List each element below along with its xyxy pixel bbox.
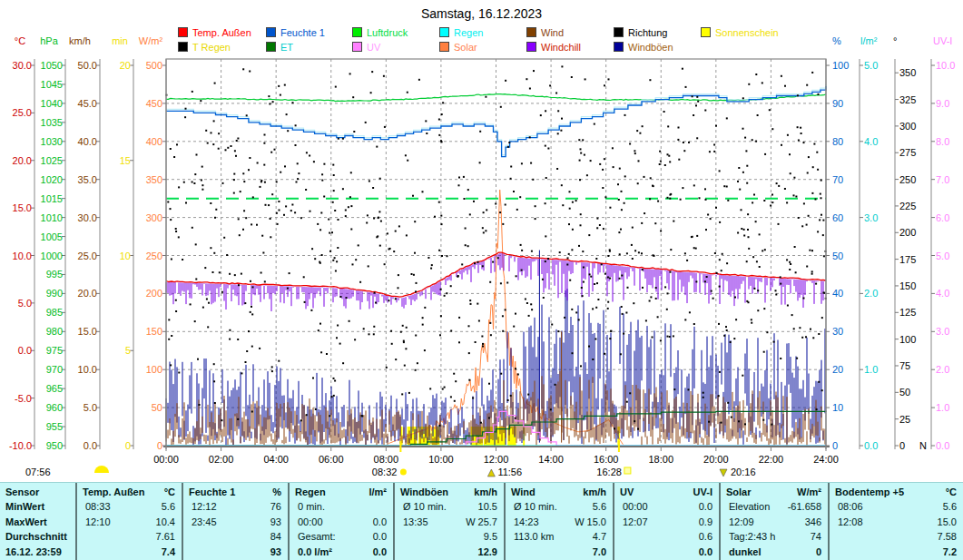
table-cell: 08:335.6 bbox=[77, 499, 182, 514]
cell-value: 5.6 bbox=[593, 499, 613, 514]
svg-text:3.0: 3.0 bbox=[864, 212, 878, 223]
cell-value: W 25.7 bbox=[466, 515, 504, 529]
svg-text:1005: 1005 bbox=[41, 231, 63, 242]
table-cell: Elevation-61.658 bbox=[721, 499, 828, 514]
table-cell: 7.2 bbox=[830, 545, 963, 559]
cell-value: 0.0 bbox=[373, 545, 393, 559]
cell-text: Bodentemp +5 bbox=[830, 485, 904, 499]
svg-text:14:00: 14:00 bbox=[538, 454, 564, 465]
cell-value: 5.6 bbox=[943, 499, 963, 514]
cell-text: 12:07 bbox=[614, 515, 648, 529]
table-cell: UVUV-I bbox=[614, 485, 719, 499]
svg-text:20:00: 20:00 bbox=[703, 454, 729, 465]
svg-text:1020: 1020 bbox=[41, 174, 63, 185]
svg-text:5: 5 bbox=[125, 345, 131, 356]
svg-text:275: 275 bbox=[899, 147, 916, 158]
cell-text bbox=[830, 545, 838, 559]
cell-text: UV bbox=[614, 485, 634, 499]
axis-temperature: 30.025.020.015.010.05.00.0-5.0-10.0°C bbox=[9, 35, 34, 451]
svg-text:100: 100 bbox=[832, 60, 849, 71]
cell-value: W/m² bbox=[797, 485, 828, 499]
svg-text:980: 980 bbox=[46, 326, 63, 337]
svg-text:07:56: 07:56 bbox=[25, 467, 51, 477]
svg-text:18:00: 18:00 bbox=[648, 454, 673, 465]
cell-value: 10.5 bbox=[478, 499, 504, 514]
svg-text:10.0: 10.0 bbox=[13, 251, 32, 261]
svg-text:450: 450 bbox=[146, 98, 162, 109]
svg-text:12:00: 12:00 bbox=[484, 454, 509, 465]
cell-text bbox=[183, 529, 192, 544]
table-cell: 12:070.9 bbox=[614, 515, 719, 529]
svg-text:70: 70 bbox=[832, 174, 843, 185]
cell-value: -61.658 bbox=[788, 499, 828, 514]
svg-text:60: 60 bbox=[832, 212, 843, 223]
cell-text: 13:35 bbox=[395, 515, 428, 529]
axis-direction: 3503253002752502252001751501251007550250… bbox=[893, 35, 927, 451]
table-cell: 7.58 bbox=[830, 529, 963, 544]
svg-text:90: 90 bbox=[832, 98, 843, 109]
table-cell: 113.0 km4.7 bbox=[506, 529, 613, 544]
cell-value: % bbox=[272, 485, 288, 499]
svg-text:50: 50 bbox=[899, 387, 910, 398]
cell-value: 4.7 bbox=[593, 529, 613, 544]
row-label: MinWert bbox=[0, 499, 75, 514]
svg-text:965: 965 bbox=[46, 383, 63, 394]
svg-text:20: 20 bbox=[832, 364, 843, 375]
svg-text:15: 15 bbox=[120, 155, 131, 166]
svg-text:-5.0: -5.0 bbox=[15, 393, 32, 404]
cell-value: 7.4 bbox=[162, 545, 182, 559]
table-cell: 7.61 bbox=[77, 529, 182, 544]
table-cell: 84 bbox=[183, 529, 288, 544]
svg-text:N: N bbox=[919, 440, 927, 451]
cell-text bbox=[506, 545, 514, 559]
svg-text:8.0: 8.0 bbox=[936, 136, 949, 147]
svg-text:175: 175 bbox=[899, 254, 916, 265]
marker-dawn: 07:56 bbox=[25, 466, 109, 477]
svg-text:0.0: 0.0 bbox=[84, 440, 97, 451]
svg-text:16:28: 16:28 bbox=[596, 467, 622, 477]
svg-text:25: 25 bbox=[899, 414, 910, 425]
cell-value: 7.58 bbox=[938, 529, 963, 544]
cell-value: 0.9 bbox=[699, 515, 719, 529]
table-cell: 12.9 bbox=[395, 545, 504, 559]
svg-text:20: 20 bbox=[120, 60, 131, 71]
svg-text:km/h: km/h bbox=[69, 35, 91, 46]
svg-text:75: 75 bbox=[899, 360, 910, 371]
svg-text:°: ° bbox=[893, 35, 897, 46]
cell-value: 76 bbox=[270, 499, 288, 514]
cell-text: Wind bbox=[506, 485, 536, 499]
svg-text:02:00: 02:00 bbox=[209, 454, 234, 465]
table-cell: 0 min. bbox=[290, 499, 393, 514]
svg-text:08:00: 08:00 bbox=[374, 454, 399, 465]
table-col-feuchte-1: Feuchte 1%12:127623:45938493 bbox=[182, 483, 288, 560]
cell-value: 5.6 bbox=[162, 499, 182, 514]
table-cell: Bodentemp +5°C bbox=[830, 485, 963, 499]
table-col-bodentemp-5: Bodentemp +5°C08:065.612:0815.07.587.2 bbox=[828, 483, 963, 560]
svg-text:100: 100 bbox=[146, 364, 162, 375]
svg-text:35.0: 35.0 bbox=[78, 174, 97, 185]
svg-text:200: 200 bbox=[146, 288, 162, 299]
cell-text: 23:45 bbox=[183, 515, 217, 529]
svg-text:50: 50 bbox=[832, 251, 843, 261]
svg-text:l/m²: l/m² bbox=[860, 35, 878, 46]
svg-text:350: 350 bbox=[899, 67, 916, 78]
cell-text bbox=[614, 529, 623, 544]
svg-text:990: 990 bbox=[46, 288, 63, 299]
svg-text:11:56: 11:56 bbox=[497, 467, 522, 477]
svg-text:24:00: 24:00 bbox=[813, 454, 839, 465]
table-row-labels: SensorMinWertMaxWertDurchschnitt16.12. 2… bbox=[0, 483, 75, 560]
svg-text:-10.0: -10.0 bbox=[9, 440, 32, 451]
cell-text: Feuchte 1 bbox=[183, 485, 235, 499]
svg-text:10: 10 bbox=[120, 251, 131, 261]
table-cell: Regenl/m² bbox=[290, 485, 393, 499]
svg-text:5.0: 5.0 bbox=[864, 60, 878, 71]
svg-text:400: 400 bbox=[146, 136, 162, 147]
cell-value: 0.0 bbox=[373, 515, 393, 529]
svg-text:°C: °C bbox=[15, 35, 25, 46]
cell-text: 12:12 bbox=[183, 499, 217, 514]
cell-value: 0.0 bbox=[373, 529, 393, 544]
cell-text: 08:33 bbox=[77, 499, 111, 514]
table-cell: Gesamt:0.0 bbox=[290, 529, 393, 544]
table-col-windb-en: Windböenkm/hØ 10 min.10.513:35W 25.79.51… bbox=[393, 483, 504, 560]
cell-text bbox=[614, 545, 623, 559]
